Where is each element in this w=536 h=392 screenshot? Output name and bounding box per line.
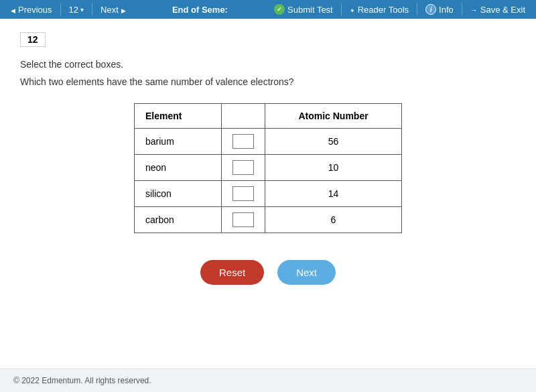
submit-test-button[interactable]: Submit Test <box>267 0 340 19</box>
question-number: 12 <box>69 5 78 15</box>
next-label: Next <box>100 5 119 15</box>
nav-divider-5 <box>462 3 462 15</box>
previous-label: Previous <box>18 5 52 15</box>
atomic-number: 14 <box>265 181 402 207</box>
table-row: neon10 <box>135 155 402 181</box>
nav-divider-2 <box>92 3 92 15</box>
previous-button[interactable]: Previous <box>4 0 59 19</box>
element-name: carbon <box>135 207 222 233</box>
table-row: silicon14 <box>135 181 402 207</box>
next-button-nav[interactable]: Next <box>94 0 133 19</box>
col-checkbox-header <box>222 104 265 129</box>
col-atomic-number-header: Atomic Number <box>265 104 402 129</box>
table-header-row: Element Atomic Number <box>135 104 402 129</box>
table-row: carbon6 <box>135 207 402 233</box>
footer: © 2022 Edmentum. All rights reserved. <box>0 369 536 392</box>
arrow-left-icon <box>11 5 15 15</box>
col-element-header: Element <box>135 104 222 129</box>
checkbox-silicon[interactable] <box>232 186 254 201</box>
buttons-area: Reset Next <box>20 260 516 285</box>
copyright-text: © 2022 Edmentum. All rights reserved. <box>13 376 151 385</box>
reader-tools-button[interactable]: Reader Tools <box>343 0 415 19</box>
checkbox-neon[interactable] <box>232 160 254 175</box>
question-text: Which two elements have the same number … <box>20 76 516 87</box>
nav-title: End of Seme: <box>133 5 267 15</box>
checkbox-cell <box>222 207 265 233</box>
info-label: Info <box>439 5 454 15</box>
main-content: 12 Select the correct boxes. Which two e… <box>0 19 536 369</box>
checkbox-cell <box>222 129 265 155</box>
top-navigation: Previous 12 Next End of Seme: Submit Tes… <box>0 0 536 19</box>
element-name: barium <box>135 129 222 155</box>
wrench-icon <box>350 5 355 15</box>
checkbox-carbon[interactable] <box>232 212 254 227</box>
nav-divider-1 <box>60 3 61 15</box>
table-row: barium56 <box>135 129 402 155</box>
atomic-number: 10 <box>265 155 402 181</box>
question-number-badge: 12 <box>20 32 46 47</box>
submit-label: Submit Test <box>287 5 333 15</box>
checkbox-barium[interactable] <box>232 134 254 149</box>
atomic-number: 6 <box>265 207 402 233</box>
check-icon <box>274 4 285 15</box>
atomic-number: 56 <box>265 129 402 155</box>
question-number-selector[interactable]: 12 <box>62 0 90 19</box>
checkbox-cell <box>222 181 265 207</box>
arrow-right-icon <box>121 5 126 15</box>
nav-divider-4 <box>417 3 417 15</box>
next-button-main[interactable]: Next <box>277 260 336 285</box>
element-table: Element Atomic Number barium56neon10sili… <box>134 103 402 233</box>
checkbox-cell <box>222 155 265 181</box>
reader-tools-label: Reader Tools <box>358 5 409 15</box>
info-icon <box>425 4 436 15</box>
info-button[interactable]: Info <box>419 0 460 19</box>
exit-icon <box>470 5 478 15</box>
save-exit-button[interactable]: Save & Exit <box>464 0 532 19</box>
reset-button[interactable]: Reset <box>200 260 264 285</box>
element-name: silicon <box>135 181 222 207</box>
element-name: neon <box>135 155 222 181</box>
instruction-text: Select the correct boxes. <box>20 59 516 70</box>
save-exit-label: Save & Exit <box>480 5 525 15</box>
nav-divider-3 <box>341 3 342 15</box>
